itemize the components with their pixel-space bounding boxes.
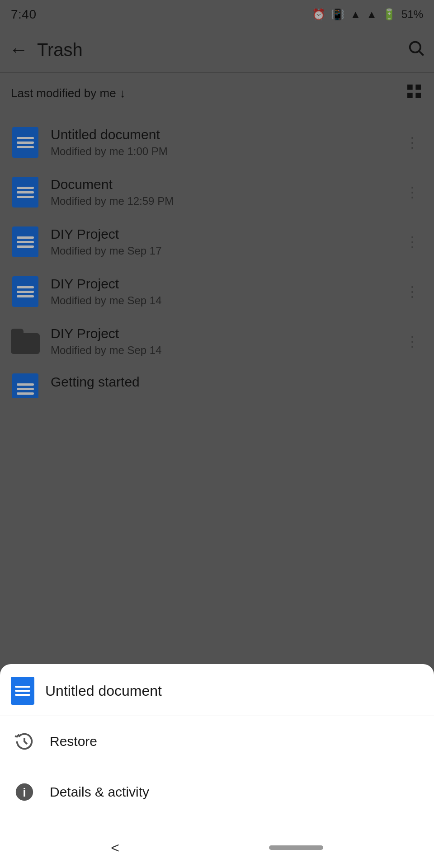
file-icon-diy2 [11,277,40,306]
more-options-button[interactable]: ⋮ [401,329,423,354]
vibrate-icon: 📳 [331,8,344,21]
sheet-file-name: Untitled document [45,683,162,699]
restore-icon [13,730,36,753]
svg-point-0 [410,42,420,52]
file-icon-document [11,178,40,207]
back-button[interactable]: ← [9,39,28,61]
app-bar: ← Trash [0,27,434,72]
doc-icon [12,127,38,158]
file-icon-getting-started [11,374,40,398]
list-item[interactable]: Untitled document Modified by me 1:00 PM… [0,118,434,167]
signal-icon: ▲ [366,8,377,21]
file-list: Untitled document Modified by me 1:00 PM… [0,113,434,402]
file-icon-untitled [11,128,40,157]
sort-label[interactable]: Last modified by me ↓ [11,86,126,100]
more-options-button[interactable]: ⋮ [401,180,423,204]
svg-line-1 [420,51,424,55]
more-options-button[interactable]: ⋮ [401,279,423,304]
file-name: Document [51,177,391,192]
svg-rect-2 [407,85,413,90]
file-meta: Modified by me Sep 17 [51,245,391,257]
doc-icon [12,226,38,257]
grid-view-button[interactable] [405,82,423,104]
svg-rect-4 [407,93,413,98]
file-info: DIY Project Modified by me Sep 14 [51,276,391,307]
list-item[interactable]: DIY Project Modified by me Sep 14 ⋮ [0,267,434,316]
file-info: Getting started [51,374,423,392]
details-label: Details & activity [50,784,149,800]
sheet-header: Untitled document [0,664,434,716]
battery-percent: 51% [401,8,423,21]
status-time: 7:40 [11,7,37,22]
file-info: DIY Project Modified by me Sep 17 [51,226,391,257]
battery-icon: 🔋 [382,8,396,21]
file-name: DIY Project [51,276,391,292]
restore-label: Restore [50,734,97,749]
file-meta: Modified by me 1:00 PM [51,145,391,158]
sheet-file-icon [11,677,34,705]
nav-bar: < [0,827,434,868]
file-icon-diy-folder [11,327,40,356]
info-icon: i [13,780,36,804]
page-title: Trash [37,40,398,60]
file-info: Untitled document Modified by me 1:00 PM [51,127,391,158]
file-info: Document Modified by me 12:59 PM [51,177,391,208]
search-button[interactable] [407,39,425,61]
file-icon-diy1 [11,227,40,256]
sort-label-text: Last modified by me [11,86,116,100]
doc-icon [12,276,38,307]
list-item-partial: Getting started [0,366,434,398]
sort-arrow: ↓ [120,86,126,100]
file-meta: Modified by me 12:59 PM [51,195,391,208]
list-item[interactable]: DIY Project Modified by me Sep 17 ⋮ [0,217,434,267]
file-name: Untitled document [51,127,391,142]
svg-rect-5 [415,93,421,98]
status-indicators: ⏰ 📳 ▲ ▲ 🔋 51% [312,8,423,21]
alarm-icon: ⏰ [312,8,326,21]
list-item[interactable]: DIY Project Modified by me Sep 14 ⋮ [0,316,434,366]
sort-bar: Last modified by me ↓ [0,73,434,113]
nav-pill [269,845,323,850]
file-meta: Modified by me Sep 14 [51,294,391,307]
list-item[interactable]: Document Modified by me 12:59 PM ⋮ [0,167,434,217]
nav-back-button[interactable]: < [111,840,119,856]
doc-icon [12,177,38,208]
status-bar: 7:40 ⏰ 📳 ▲ ▲ 🔋 51% [0,0,434,27]
wifi-icon: ▲ [350,8,361,21]
more-options-button[interactable]: ⋮ [401,130,423,155]
file-info: DIY Project Modified by me Sep 14 [51,326,391,357]
file-meta: Modified by me Sep 14 [51,344,391,357]
file-name: DIY Project [51,226,391,242]
restore-button[interactable]: Restore [0,716,434,767]
bottom-sheet: Untitled document Restore i Details & ac… [0,664,434,868]
file-name: DIY Project [51,326,391,341]
svg-rect-3 [415,85,421,90]
svg-text:i: i [23,786,26,799]
doc-icon [12,373,38,398]
more-options-button[interactable]: ⋮ [401,230,423,254]
file-name: Getting started [51,374,423,390]
details-activity-button[interactable]: i Details & activity [0,767,434,817]
